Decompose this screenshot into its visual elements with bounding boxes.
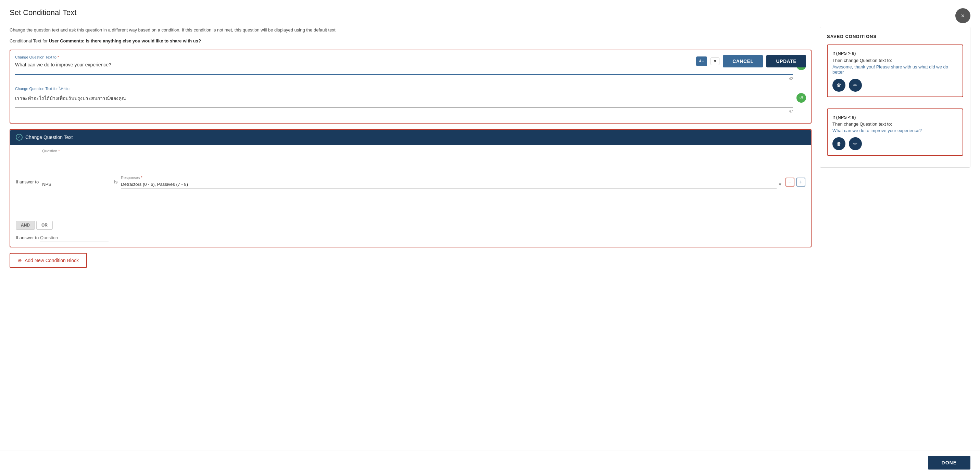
condition-row-1: If answer to Question * Is Responses * D… xyxy=(10,145,811,219)
condition-link-1[interactable]: Awesome, thank you! Please share with us… xyxy=(832,64,958,75)
thai-text-input[interactable] xyxy=(15,93,793,108)
edit-icon-1: ✏ xyxy=(853,83,858,88)
select-arrow-icon: ▼ xyxy=(778,182,782,187)
add-condition-button[interactable]: + xyxy=(797,178,805,186)
thai-ai-button[interactable]: ↺ xyxy=(797,93,806,103)
delete-condition-button-1[interactable]: 🗑 xyxy=(832,79,845,92)
modal-header: Set Conditional Text × xyxy=(0,0,980,27)
second-question-input[interactable] xyxy=(40,234,108,242)
english-text-input[interactable] xyxy=(15,60,793,75)
saved-condition-card-2: If (NPS < 9) Then change Question text t… xyxy=(827,108,963,156)
description-text: Change the question text and ask this qu… xyxy=(10,27,811,33)
modal-body: Change the question text and ask this qu… xyxy=(0,27,980,450)
cancel-button[interactable]: CANCEL xyxy=(723,55,763,67)
condition-block: ✓ Change Question Text If answer to Ques… xyxy=(10,129,811,248)
modal-footer: DONE xyxy=(0,450,980,475)
response-select-wrapper: Detractors (0 - 6), Passives (7 - 8) ▼ xyxy=(121,180,782,189)
response-label: Responses * xyxy=(121,176,782,180)
saved-condition-card-1: If (NPS > 8) Then change Question text t… xyxy=(827,44,963,97)
condition-if-condition-2: (NPS < 9) xyxy=(836,114,856,120)
translate-icon-text: A xyxy=(699,59,702,63)
add-block-button[interactable]: ⊕ Add New Condition Block xyxy=(10,253,87,268)
translate-dropdown[interactable]: ▼ xyxy=(711,57,719,65)
update-button[interactable]: UPDATE xyxy=(766,55,806,67)
condition-text-2: If (NPS < 9) Then change Question text t… xyxy=(832,114,958,128)
section-header: ✓ Change Question Text xyxy=(10,130,811,145)
if-label-1: If answer to xyxy=(16,180,39,184)
done-button[interactable]: DONE xyxy=(928,456,970,470)
question-input[interactable] xyxy=(42,154,111,215)
conditional-for: Conditional Text for User Comments: Is t… xyxy=(10,38,811,43)
english-field-label: Change Question Text to * xyxy=(15,55,806,59)
translate-icon-symbol: ↔ xyxy=(702,60,704,63)
action-buttons: A↔ ▼ CANCEL UPDATE xyxy=(696,55,806,67)
delete-condition-button-2[interactable]: 🗑 xyxy=(832,137,845,150)
question-label: Question * xyxy=(42,149,111,153)
and-button[interactable]: AND xyxy=(16,221,35,230)
close-button[interactable]: × xyxy=(955,8,970,23)
modal-container: Set Conditional Text × Change the questi… xyxy=(0,0,980,475)
remove-condition-button[interactable]: − xyxy=(786,178,794,186)
second-condition-row: If answer to xyxy=(10,231,811,247)
translate-icon: A↔ xyxy=(696,56,707,66)
modal-title: Set Conditional Text xyxy=(10,8,76,17)
thai-field-label: Change Question Text for ไทย to xyxy=(15,86,806,92)
add-block-label: Add New Condition Block xyxy=(25,258,79,263)
card-actions-2: 🗑 ✏ xyxy=(832,137,958,150)
condition-text-1: If (NPS > 8) Then change Question text t… xyxy=(832,50,958,64)
saved-conditions-sidebar: SAVED CONDITIONS If (NPS > 8) Then chang… xyxy=(820,27,970,168)
conditional-for-question: User Comments: Is there anything else yo… xyxy=(49,38,201,43)
section-header-label: Change Question Text xyxy=(25,135,73,140)
edit-condition-button-2[interactable]: ✏ xyxy=(849,137,862,150)
if-label-2: If answer to xyxy=(16,235,39,240)
is-label-1: Is xyxy=(114,180,118,184)
check-icon: ✓ xyxy=(16,134,22,141)
condition-if-text-2: If xyxy=(832,114,836,120)
divider xyxy=(827,103,963,103)
edit-icon-2: ✏ xyxy=(853,141,858,146)
conditional-for-prefix: Conditional Text for xyxy=(10,38,49,43)
response-select[interactable]: Detractors (0 - 6), Passives (7 - 8) xyxy=(121,180,776,189)
edit-condition-button-1[interactable]: ✏ xyxy=(849,79,862,92)
delete-icon-1: 🗑 xyxy=(837,83,841,88)
and-or-row: AND OR xyxy=(10,219,811,231)
english-char-count: 42 xyxy=(15,77,793,81)
condition-then-label-2: Then change Question text to: xyxy=(832,121,892,127)
main-content: Change the question text and ask this qu… xyxy=(10,27,820,450)
or-button[interactable]: OR xyxy=(36,221,53,230)
condition-if-condition-1: (NPS > 8) xyxy=(836,51,856,56)
saved-conditions-title: SAVED CONDITIONS xyxy=(827,34,963,39)
add-block-icon: ⊕ xyxy=(18,258,22,263)
delete-icon-2: 🗑 xyxy=(837,141,841,146)
condition-link-2[interactable]: What can we do to improve your experienc… xyxy=(832,128,958,133)
thai-char-count: 47 xyxy=(15,109,793,113)
row-actions-1: − + xyxy=(786,178,805,186)
thai-field-group: Change Question Text for ไทย to 47 ↺ xyxy=(15,86,806,113)
edit-panel: A↔ ▼ CANCEL UPDATE Change Question Text … xyxy=(10,49,811,124)
condition-if-text-1: If xyxy=(832,51,836,56)
condition-then-label-1: Then change Question text to: xyxy=(832,58,892,63)
card-actions-1: 🗑 ✏ xyxy=(832,79,958,92)
english-field-group: Change Question Text to * 42 ↺ xyxy=(15,55,806,81)
